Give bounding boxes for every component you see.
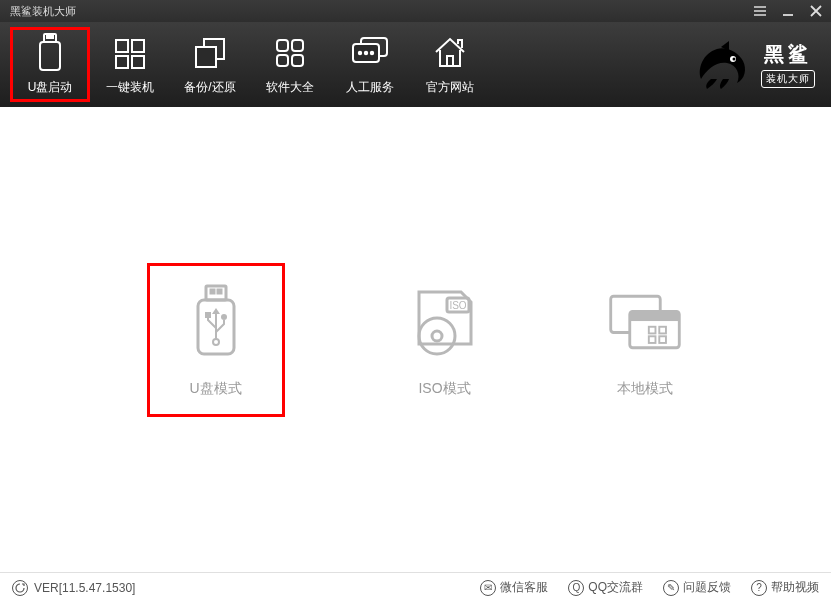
link-label: QQ交流群 [588, 579, 643, 596]
svg-rect-13 [292, 55, 303, 66]
grid-icon [274, 33, 306, 73]
home-icon [432, 33, 468, 73]
copy-icon [192, 33, 228, 73]
svg-rect-19 [447, 56, 453, 66]
svg-rect-27 [205, 312, 211, 318]
svg-rect-6 [116, 56, 128, 68]
nav-label: 人工服务 [346, 79, 394, 96]
statusbar: VER[11.5.47.1530] ✉ 微信客服 Q QQ交流群 ✎ 问题反馈 … [0, 572, 831, 602]
svg-rect-22 [206, 286, 226, 300]
mode-label: ISO模式 [418, 380, 470, 398]
minimize-icon[interactable] [781, 4, 795, 18]
shark-icon [693, 39, 753, 91]
svg-rect-10 [277, 40, 288, 51]
mode-label: U盘模式 [189, 380, 241, 398]
local-mode-icon [605, 282, 685, 362]
svg-rect-35 [629, 311, 679, 321]
nav-label: 一键装机 [106, 79, 154, 96]
link-help[interactable]: ? 帮助视频 [751, 579, 819, 596]
svg-rect-2 [51, 36, 53, 38]
menu-icon[interactable] [753, 4, 767, 18]
nav-backup-restore[interactable]: 备份/还原 [170, 27, 250, 102]
svg-rect-4 [116, 40, 128, 52]
usb-icon [35, 33, 65, 73]
wechat-icon: ✉ [480, 580, 496, 596]
svg-rect-9 [196, 47, 216, 67]
nav-one-click[interactable]: 一键装机 [90, 27, 170, 102]
logo-line1: 黑鲨 [761, 41, 815, 68]
logo-line2: 装机大师 [761, 70, 815, 88]
nav-usb-boot[interactable]: U盘启动 [10, 27, 90, 102]
usb-mode-icon [176, 282, 256, 362]
iso-mode-icon: ISO [405, 282, 485, 362]
navbar: U盘启动 一键装机 备份/还原 软件大全 [0, 22, 831, 107]
link-wechat[interactable]: ✉ 微信客服 [480, 579, 548, 596]
svg-rect-12 [277, 55, 288, 66]
svg-point-31 [419, 318, 455, 354]
windows-icon [113, 33, 147, 73]
svg-rect-5 [132, 40, 144, 52]
nav-software[interactable]: 软件大全 [250, 27, 330, 102]
nav-label: 官方网站 [426, 79, 474, 96]
mode-local[interactable]: 本地模式 [605, 282, 685, 398]
link-label: 微信客服 [500, 579, 548, 596]
nav-label: 软件大全 [266, 79, 314, 96]
titlebar: 黑鲨装机大师 [0, 0, 831, 22]
link-qq[interactable]: Q QQ交流群 [568, 579, 643, 596]
nav-website[interactable]: 官方网站 [410, 27, 490, 102]
app-title: 黑鲨装机大师 [8, 4, 76, 19]
mode-usb[interactable]: U盘模式 [147, 263, 285, 417]
refresh-icon[interactable] [12, 580, 28, 596]
feedback-icon: ✎ [663, 580, 679, 596]
svg-point-16 [359, 52, 361, 54]
link-label: 问题反馈 [683, 579, 731, 596]
nav-label: 备份/还原 [184, 79, 235, 96]
svg-rect-11 [292, 40, 303, 51]
svg-point-21 [733, 57, 736, 60]
svg-point-32 [432, 331, 442, 341]
brand-logo: 黑鲨 装机大师 [693, 39, 823, 91]
nav-label: U盘启动 [28, 79, 73, 96]
svg-rect-7 [132, 56, 144, 68]
mode-iso[interactable]: ISO ISO模式 [405, 282, 485, 398]
svg-point-18 [371, 52, 373, 54]
link-feedback[interactable]: ✎ 问题反馈 [663, 579, 731, 596]
svg-point-28 [221, 314, 227, 320]
qq-icon: Q [568, 580, 584, 596]
mode-label: 本地模式 [617, 380, 673, 398]
svg-rect-23 [211, 290, 214, 293]
main-content: U盘模式 ISO ISO模式 本地模式 [0, 107, 831, 572]
version-text: VER[11.5.47.1530] [34, 581, 135, 595]
svg-text:ISO: ISO [449, 300, 466, 311]
window-controls [753, 4, 823, 18]
close-icon[interactable] [809, 4, 823, 18]
svg-rect-3 [40, 42, 60, 70]
svg-rect-1 [47, 36, 49, 38]
svg-point-17 [365, 52, 367, 54]
link-label: 帮助视频 [771, 579, 819, 596]
nav-support[interactable]: 人工服务 [330, 27, 410, 102]
chat-icon [351, 33, 389, 73]
svg-rect-24 [218, 290, 221, 293]
help-icon: ? [751, 580, 767, 596]
